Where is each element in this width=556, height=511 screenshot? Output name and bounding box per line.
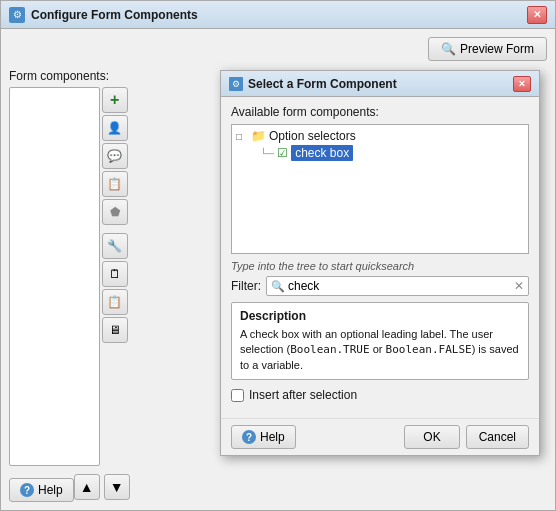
down-arrow-icon: ▼ (110, 479, 124, 495)
available-label: Available form components: (231, 105, 529, 119)
person-icon: 👤 (107, 121, 122, 135)
tree-connector-icon: └─ (260, 148, 274, 159)
top-bar: 🔍 Preview Form (9, 37, 547, 61)
tree-expand-icon[interactable]: □ (236, 131, 248, 142)
shape-icon: ⬟ (110, 205, 120, 219)
dialog-body: Available form components: □ 📁 Option se… (221, 97, 539, 418)
tools-icon: 🔧 (107, 239, 122, 253)
filter-clear-button[interactable]: ✕ (514, 279, 524, 293)
form-components-label: Form components: (9, 69, 130, 83)
preview-icon: 🔍 (441, 42, 456, 56)
main-close-button[interactable]: ✕ (527, 6, 547, 24)
insert-after-checkbox[interactable] (231, 389, 244, 402)
copy-icon: 📋 (107, 295, 122, 309)
left-main-row: + 👤 💬 📋 ⬟ (9, 87, 130, 466)
preview-form-button[interactable]: 🔍 Preview Form (428, 37, 547, 61)
help-button[interactable]: ? Help (9, 478, 74, 502)
add-button[interactable]: + (102, 87, 128, 113)
dialog-title-text: Select a Form Component (248, 77, 513, 91)
help-icon: ? (20, 483, 34, 497)
monitor-icon: 🖥 (109, 323, 121, 337)
comment-button[interactable]: 💬 (102, 143, 128, 169)
page-icon: 📋 (107, 177, 122, 191)
form-components-list (9, 87, 100, 466)
main-title-bar: ⚙ Configure Form Components ✕ (1, 1, 555, 29)
desc-mono-false: Boolean.FALSE (386, 343, 472, 356)
file-button[interactable]: 🗒 (102, 261, 128, 287)
filter-input[interactable] (288, 279, 514, 293)
tree-child-label[interactable]: check box (291, 145, 353, 161)
move-down-button[interactable]: ▼ (104, 474, 130, 500)
insert-row: Insert after selection (231, 388, 529, 402)
quicksearch-hint: Type into the tree to start quicksearch (231, 260, 529, 272)
main-wrapper: ⚙ Configure Form Components ✕ 🔍 Preview … (0, 0, 556, 511)
filter-row: Filter: 🔍 ✕ (231, 276, 529, 296)
monitor-button[interactable]: 🖥 (102, 317, 128, 343)
cancel-button[interactable]: Cancel (466, 425, 529, 449)
edit-button[interactable]: 👤 (102, 115, 128, 141)
tree-parent-item: □ 📁 Option selectors (236, 129, 524, 143)
dialog-help-button[interactable]: ? Help (231, 425, 296, 449)
description-text: A check box with an optional leading lab… (240, 327, 520, 373)
dialog-help-icon: ? (242, 430, 256, 444)
description-title: Description (240, 309, 520, 323)
left-panel: Form components: + 👤 💬 (9, 69, 130, 502)
dialog-title-icon: ⚙ (229, 77, 243, 91)
bottom-controls: ? Help ▲ ▼ (9, 472, 130, 502)
copy-button[interactable]: 📋 (102, 289, 128, 315)
ok-button[interactable]: OK (404, 425, 459, 449)
tree-parent-label[interactable]: Option selectors (269, 129, 356, 143)
tree-folder-icon: 📁 (251, 129, 266, 143)
tree-child-icon: ☑ (277, 146, 288, 160)
filter-label: Filter: (231, 279, 261, 293)
page-button[interactable]: 📋 (102, 171, 128, 197)
main-title-icon: ⚙ (9, 7, 25, 23)
dialog-close-button[interactable]: ✕ (513, 76, 531, 92)
shape-button[interactable]: ⬟ (102, 199, 128, 225)
add-icon: + (110, 91, 119, 109)
component-tree[interactable]: □ 📁 Option selectors └─ ☑ check box (231, 124, 529, 254)
filter-input-wrap: 🔍 ✕ (266, 276, 529, 296)
main-title-text: Configure Form Components (31, 8, 527, 22)
select-component-dialog: ⚙ Select a Form Component ✕ Available fo… (220, 70, 540, 456)
file-icon: 🗒 (109, 267, 121, 281)
up-arrow-icon: ▲ (80, 479, 94, 495)
comment-icon: 💬 (107, 149, 122, 163)
icon-toolbar: + 👤 💬 📋 ⬟ (102, 87, 130, 466)
filter-search-icon: 🔍 (271, 280, 285, 293)
description-box: Description A check box with an optional… (231, 302, 529, 380)
desc-mono-true: Boolean.TRUE (290, 343, 369, 356)
insert-after-label: Insert after selection (249, 388, 357, 402)
tools-button[interactable]: 🔧 (102, 233, 128, 259)
dialog-title-bar: ⚙ Select a Form Component ✕ (221, 71, 539, 97)
tree-child-item[interactable]: └─ ☑ check box (260, 145, 524, 161)
dialog-buttons: ? Help OK Cancel (221, 418, 539, 455)
move-up-button[interactable]: ▲ (74, 474, 100, 500)
